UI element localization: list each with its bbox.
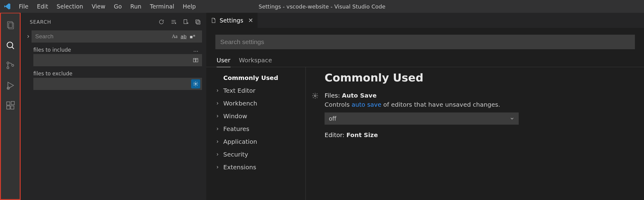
chevron-right-icon	[215, 140, 220, 144]
tab-label: Settings	[220, 17, 243, 24]
menubar: File Edit Selection View Go Run Terminal…	[15, 0, 200, 13]
use-regex-icon[interactable]: ▪*	[190, 34, 195, 40]
chevron-right-icon	[215, 152, 220, 157]
setting-title-name: Font Size	[346, 131, 378, 139]
svg-rect-22	[197, 21, 200, 24]
menu-view[interactable]: View	[87, 0, 110, 13]
clear-results-icon[interactable]	[170, 18, 177, 26]
menu-go[interactable]: Go	[110, 0, 126, 13]
menu-terminal[interactable]: Terminal	[146, 0, 178, 13]
toc-window[interactable]: Window	[206, 110, 305, 122]
chevron-right-icon	[215, 127, 220, 131]
setting-title-prefix: Editor:	[325, 131, 346, 139]
more-options-icon[interactable]: …	[193, 47, 199, 53]
chevron-right-icon	[215, 114, 220, 118]
gear-icon[interactable]	[312, 92, 319, 99]
svg-line-3	[12, 47, 14, 49]
use-exclude-settings-icon[interactable]	[191, 79, 200, 88]
svg-point-28	[314, 95, 316, 97]
window-title: Settings - vscode-website - Visual Studi…	[259, 3, 386, 10]
svg-rect-21	[196, 20, 199, 23]
settings-search-input[interactable]	[215, 35, 635, 49]
setting-description: Controls auto save of editors that have …	[325, 101, 635, 108]
tab-settings[interactable]: Settings ✕	[206, 13, 258, 28]
svg-rect-11	[11, 106, 14, 109]
new-search-editor-icon[interactable]	[182, 18, 189, 26]
toc-features[interactable]: Features	[206, 122, 305, 135]
files-to-include-input[interactable]	[33, 54, 202, 66]
svg-point-5	[7, 67, 9, 69]
svg-rect-1	[9, 23, 14, 29]
chevron-right-icon	[215, 165, 220, 169]
setting-font-size: Editor: Font Size	[325, 131, 635, 139]
menu-file[interactable]: File	[15, 0, 33, 13]
editor-area: Settings ✕ User Workspace Commonly Used	[206, 13, 644, 200]
toc-commonly-used[interactable]: Commonly Used	[206, 71, 305, 84]
collapse-all-icon[interactable]	[194, 18, 201, 26]
svg-point-4	[7, 62, 9, 64]
chevron-right-icon	[215, 88, 220, 93]
auto-save-select[interactable]: off	[325, 112, 519, 125]
select-value: off	[329, 115, 336, 122]
vscode-logo	[0, 3, 15, 10]
activity-extensions[interactable]	[1, 95, 20, 116]
svg-rect-10	[7, 106, 10, 109]
search-sidebar: SEARCH Aa ab ▪*	[21, 13, 206, 200]
activity-source-control[interactable]	[1, 55, 20, 75]
menu-selection[interactable]: Selection	[52, 0, 88, 13]
refresh-icon[interactable]	[158, 18, 165, 26]
toc-workbench[interactable]: Workbench	[206, 97, 305, 110]
activity-run-debug[interactable]	[1, 75, 20, 95]
files-to-exclude-label: files to exclude	[33, 71, 72, 77]
auto-save-link[interactable]: auto save	[352, 101, 381, 108]
activity-explorer[interactable]	[1, 15, 20, 35]
menu-edit[interactable]: Edit	[33, 0, 52, 13]
files-to-exclude-input[interactable]	[33, 78, 202, 90]
chevron-down-icon	[510, 116, 514, 121]
svg-rect-23	[194, 58, 196, 62]
scope-tab-user[interactable]: User	[217, 57, 231, 67]
tab-bar: Settings ✕	[206, 13, 644, 28]
setting-auto-save: Files: Auto Save Controls auto save of e…	[325, 92, 635, 125]
open-editors-filter-icon[interactable]	[191, 56, 200, 65]
svg-rect-9	[7, 102, 10, 105]
svg-rect-24	[196, 58, 198, 62]
settings-toc: Commonly Used Text Editor Workbench Wind…	[206, 67, 306, 200]
svg-point-6	[12, 64, 14, 67]
settings-scope-tabs: User Workspace	[206, 49, 644, 67]
svg-point-27	[195, 83, 197, 85]
match-case-icon[interactable]: Aa	[172, 34, 178, 39]
svg-rect-12	[11, 102, 15, 105]
section-title: Commonly Used	[325, 71, 635, 84]
chevron-right-icon	[215, 101, 220, 105]
sidebar-title: SEARCH	[30, 19, 51, 25]
toc-extensions[interactable]: Extensions	[206, 161, 305, 174]
setting-title-prefix: Files:	[325, 92, 342, 99]
activitybar	[0, 13, 21, 200]
settings-content: Commonly Used Files: Auto Save Controls …	[306, 67, 644, 200]
scope-tab-workspace[interactable]: Workspace	[239, 57, 272, 67]
files-to-include-label: files to include	[33, 47, 71, 53]
toc-application[interactable]: Application	[206, 135, 305, 148]
svg-rect-0	[8, 22, 12, 28]
file-icon	[211, 17, 217, 23]
svg-point-2	[7, 42, 13, 48]
close-icon[interactable]: ✕	[248, 17, 253, 24]
toggle-search-details-icon[interactable]	[25, 34, 32, 39]
match-whole-word-icon[interactable]: ab	[180, 34, 187, 40]
titlebar: File Edit Selection View Go Run Terminal…	[0, 0, 644, 13]
toc-text-editor[interactable]: Text Editor	[206, 84, 305, 97]
menu-help[interactable]: Help	[178, 0, 200, 13]
activity-search[interactable]	[1, 35, 20, 55]
setting-title-name: Auto Save	[342, 92, 376, 99]
svg-marker-7	[8, 82, 14, 88]
toc-security[interactable]: Security	[206, 148, 305, 161]
svg-rect-18	[184, 20, 187, 24]
menu-run[interactable]: Run	[126, 0, 146, 13]
